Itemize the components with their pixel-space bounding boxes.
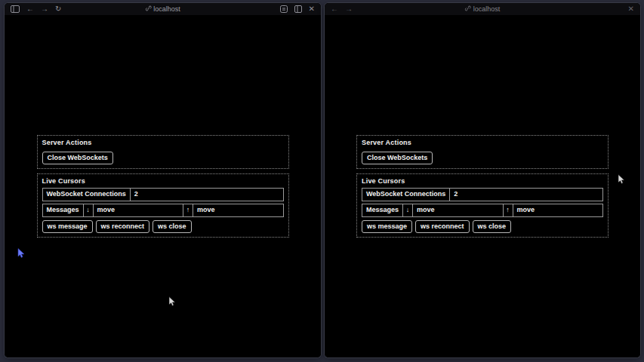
- messages-row: Messages ↓ move ↑ move: [362, 204, 603, 217]
- url-text: localhost: [473, 5, 501, 13]
- arrow-down-icon: ↓: [402, 204, 412, 216]
- titlebar-right: ← → localhost ✕: [325, 3, 640, 15]
- ws-message-button[interactable]: ws message: [42, 220, 93, 233]
- messages-label: Messages: [362, 204, 402, 216]
- server-actions-title: Server Actions: [362, 139, 603, 146]
- ws-close-button[interactable]: ws close: [153, 220, 192, 233]
- browser-window-left: ← → ↻ localhost: [5, 3, 321, 357]
- incoming-message-value: move: [93, 204, 183, 216]
- page-content-right: Server Actions Close WebSockets Live Cur…: [325, 15, 640, 357]
- outgoing-message-value: move: [193, 204, 282, 216]
- close-icon[interactable]: ✕: [309, 5, 315, 13]
- reader-mode-icon[interactable]: [280, 5, 288, 13]
- outgoing-message-value: move: [513, 204, 602, 216]
- server-actions-section: Server Actions Close WebSockets: [356, 135, 609, 169]
- close-websockets-button[interactable]: Close WebSockets: [42, 152, 113, 164]
- url-text: localhost: [153, 5, 180, 13]
- close-icon[interactable]: ✕: [628, 5, 634, 13]
- server-actions-title: Server Actions: [42, 139, 284, 146]
- titlebar-left: ← → ↻ localhost: [5, 3, 321, 15]
- forward-icon[interactable]: →: [345, 5, 353, 13]
- live-cursors-section: Live Cursors WebSocket Connections 2 Mes…: [356, 173, 609, 238]
- desktop: ← → ↻ localhost: [0, 0, 644, 362]
- connections-value: 2: [130, 189, 283, 201]
- page-content-left: Server Actions Close WebSockets Live Cur…: [5, 15, 321, 357]
- arrow-up-icon: ↑: [503, 204, 513, 216]
- link-icon: [465, 5, 471, 13]
- ws-reconnect-button[interactable]: ws reconnect: [415, 220, 470, 233]
- ws-message-button[interactable]: ws message: [362, 220, 412, 233]
- live-cursors-title: Live Cursors: [362, 177, 603, 185]
- ws-close-button[interactable]: ws close: [473, 220, 512, 233]
- connections-row: WebSocket Connections 2: [42, 188, 284, 201]
- sidebar-toggle-icon[interactable]: [11, 5, 20, 13]
- connections-label: WebSocket Connections: [43, 189, 130, 201]
- browser-window-right: ← → localhost ✕ Server Ac: [325, 3, 640, 357]
- live-cursors-section: Live Cursors WebSocket Connections 2 Mes…: [37, 173, 289, 238]
- back-icon[interactable]: ←: [26, 5, 34, 13]
- ws-reconnect-button[interactable]: ws reconnect: [96, 220, 150, 233]
- connections-row: WebSocket Connections 2: [362, 188, 603, 201]
- arrow-up-icon: ↑: [183, 204, 193, 216]
- messages-label: Messages: [43, 204, 83, 216]
- messages-row: Messages ↓ move ↑ move: [42, 204, 284, 217]
- arrow-down-icon: ↓: [83, 204, 93, 216]
- connections-value: 2: [449, 189, 602, 201]
- live-cursors-title: Live Cursors: [42, 177, 284, 185]
- server-actions-section: Server Actions Close WebSockets: [37, 135, 289, 169]
- link-icon: [145, 5, 151, 13]
- url-bar[interactable]: localhost: [145, 5, 180, 13]
- forward-icon[interactable]: →: [41, 5, 48, 13]
- connections-label: WebSocket Connections: [362, 189, 449, 201]
- tabs-icon[interactable]: [294, 5, 302, 13]
- url-bar[interactable]: localhost: [465, 5, 501, 13]
- incoming-message-value: move: [412, 204, 502, 216]
- reload-icon[interactable]: ↻: [55, 5, 61, 13]
- back-icon[interactable]: ←: [331, 5, 338, 13]
- close-websockets-button[interactable]: Close WebSockets: [362, 152, 433, 164]
